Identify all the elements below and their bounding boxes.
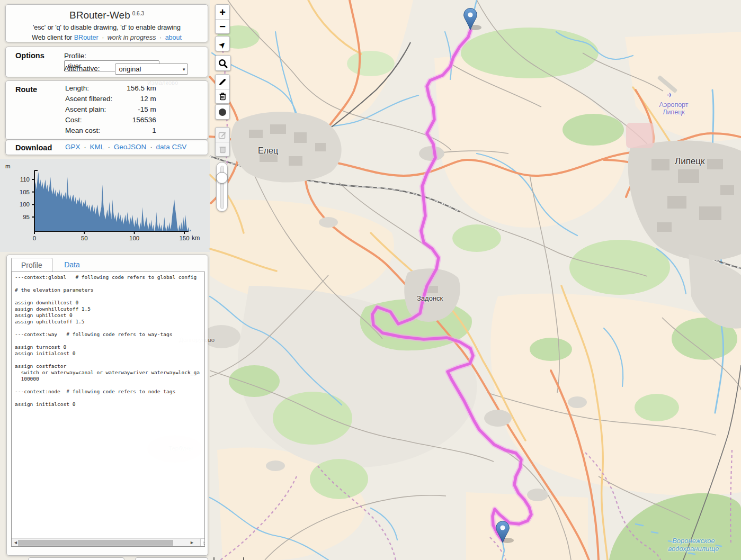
trash-icon [219,145,227,153]
svg-text:150: 150 [179,235,189,241]
reset-button-partial[interactable] [135,557,208,560]
edit-delete-control-disabled [215,127,230,157]
search-button[interactable] [216,56,230,71]
opacity-slider[interactable] [216,162,228,212]
download-geojson-link[interactable]: GeoJSON [114,143,147,151]
svg-text:50: 50 [81,235,88,241]
locate-arrow-icon: ➤ [217,39,229,51]
header-panel: BRouter-Web0.6.3 'esc' or 'q' to disable… [5,4,208,42]
svg-text:105: 105 [20,189,30,195]
route-stat-row: Ascent filtered: 12 m [65,95,208,105]
horizontal-scrollbar[interactable]: ◄ ► [12,538,204,546]
edit-nogo-button-disabled[interactable] [216,128,229,142]
profile-row: Profile: river ▾ [64,51,208,64]
length-value: 156.5 km [120,84,156,92]
mean-cost-label: Mean cost: [65,127,118,134]
profile-code-text: ---context:global # following code refer… [12,272,204,408]
opacity-slider-knob[interactable] [216,172,228,184]
profile-label: Profile: [64,52,113,60]
nogo-area-button[interactable] [216,105,229,120]
circle-icon [218,108,227,116]
route-stat-row: Ascent plain: -15 m [65,105,208,116]
zoom-out-button[interactable]: − [216,19,229,33]
elevation-area [34,172,191,231]
route-panel: Route Length: 156.5 km Ascent filtered: … [5,80,208,140]
ascent-plain-value: -15 m [120,105,156,113]
minus-icon: − [219,21,226,32]
chevron-down-icon: ▾ [183,67,185,72]
upload-button-partial[interactable] [28,557,124,560]
download-datacsv-link[interactable]: data CSV [156,143,186,151]
trash-icon [219,92,227,101]
download-gpx-link[interactable]: GPX [65,143,81,151]
cost-value: 156536 [120,116,156,124]
locate-control: ➤ [215,36,230,51]
options-heading: Options [15,51,44,60]
svg-text:95: 95 [23,214,30,220]
route-heading: Route [15,85,37,94]
tab-profile[interactable]: Profile [11,258,52,273]
route-stat-row: Cost: 156536 [65,116,208,127]
drawing-hint: 'esc' or 'q' to disable drawing, 'd' to … [6,24,208,31]
tab-data[interactable]: Data [55,258,90,272]
search-icon [218,59,228,68]
svg-text:0: 0 [33,235,36,241]
app-title: BRouter-Web [69,10,130,21]
elevation-chart-panel: 11010510095050100150mkm [0,159,210,252]
plus-icon: + [219,7,226,17]
delete-route-button[interactable] [216,89,229,103]
locate-button[interactable]: ➤ [216,37,229,51]
download-links: GPX · KML · GeoJSON · data CSV [65,143,208,151]
elevation-chart: 11010510095050100150mkm [0,159,210,252]
alternative-value: original [119,65,141,73]
separator-dot: · [158,34,163,41]
alternative-select[interactable]: original ▾ [115,64,188,75]
pencil-icon [218,78,227,86]
ascent-filtered-value: 12 m [120,95,156,103]
svg-text:110: 110 [20,176,30,183]
separator-dot: · [100,34,105,41]
svg-text:m: m [5,163,11,169]
separator-dot: · [82,143,88,151]
svg-text:km: km [192,234,200,241]
zoom-in-button[interactable]: + [216,5,229,19]
client-line: Web client for BRouter · work in progres… [6,34,208,41]
map-scalebar-partial [213,557,244,560]
route-stat-row: Mean cost: 1 [65,127,208,137]
scrollbar-thumb[interactable] [18,540,173,546]
options-panel: Options Profile: river ▾ Alternative: or… [5,47,208,77]
download-panel: Download GPX · KML · GeoJSON · data CSV [5,140,208,155]
download-kml-link[interactable]: KML [90,143,104,151]
route-stat-row: Length: 156.5 km [65,84,208,95]
mean-cost-value: 1 [120,127,156,134]
nogo-control [215,104,230,120]
brouter-web-app: ЕлецЛипецкЗадонскАэропорт Липецк✈Долгору… [0,0,741,560]
download-heading: Download [15,143,52,152]
alternative-row: Alternative: original ▾ [64,64,208,76]
edit-square-icon [218,131,227,139]
cost-label: Cost: [65,116,118,124]
draw-control [215,74,230,104]
app-version: 0.6.3 [132,11,144,16]
profile-data-panel: Profile Data ---context:global # followi… [6,255,208,556]
svg-text:100: 100 [129,235,139,241]
about-link[interactable]: about [165,34,182,41]
zoom-control: + − [215,4,230,34]
ascent-plain-label: Ascent plain: [65,105,118,113]
scroll-left-arrow-icon[interactable]: ◄ [13,540,18,545]
length-label: Length: [65,84,118,92]
delete-nogo-button-disabled[interactable] [216,142,229,156]
alternative-label: Alternative: [64,65,113,73]
search-control [215,55,231,71]
scroll-right-arrow-icon[interactable]: ► [190,540,194,545]
separator-dot: · [106,143,112,151]
svg-text:100: 100 [20,201,30,207]
client-line-prefix: Web client for [32,34,72,41]
wip-text: work in progress [108,34,156,41]
ascent-filtered-label: Ascent filtered: [65,95,118,103]
resize-handle[interactable] [200,538,205,547]
draw-route-button[interactable] [216,75,229,89]
profile-code-editor[interactable]: ---context:global # following code refer… [11,272,205,547]
brouter-link[interactable]: BRouter [74,34,99,41]
separator-dot: · [148,143,154,151]
